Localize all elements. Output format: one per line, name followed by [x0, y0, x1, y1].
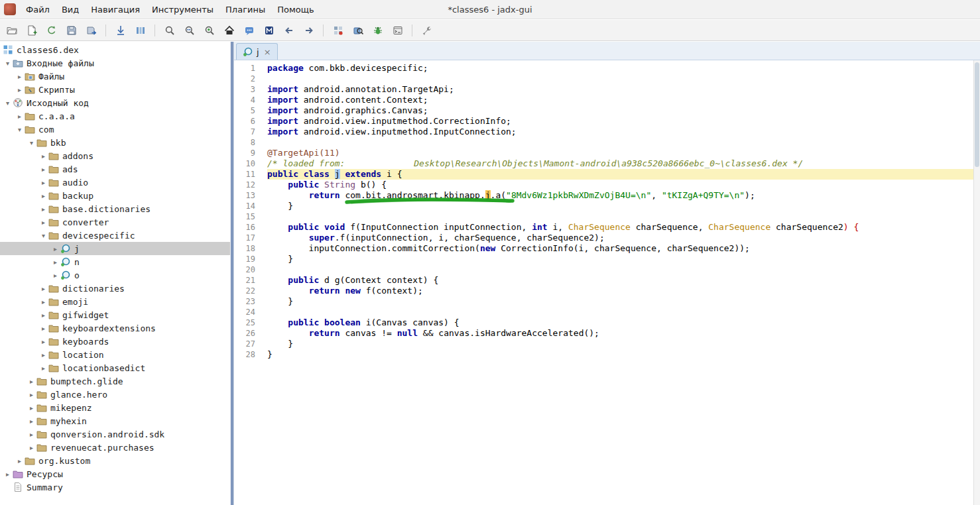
- collapsed-arrow-icon[interactable]: ▸: [3, 471, 13, 478]
- collapsed-arrow-icon[interactable]: ▸: [50, 245, 60, 252]
- tree-item-backup[interactable]: ▸backup: [0, 189, 230, 202]
- log-viewer-button[interactable]: [389, 22, 406, 38]
- sync-with-editor-button[interactable]: [112, 22, 129, 38]
- search-text-button[interactable]: [181, 22, 198, 38]
- tree-item-c-a-a-a[interactable]: ▸c.a.a.a: [0, 109, 230, 123]
- tree-item-keyboardextensions[interactable]: ▸keyboardextensions: [0, 321, 230, 335]
- debugger-button[interactable]: [369, 22, 386, 38]
- tree-item-converter[interactable]: ▸converter: [0, 215, 230, 229]
- collapsed-arrow-icon[interactable]: ▸: [38, 311, 48, 319]
- expanded-arrow-icon[interactable]: ▾: [27, 139, 36, 146]
- export-button[interactable]: [83, 22, 99, 38]
- collapsed-arrow-icon[interactable]: ▸: [50, 258, 60, 266]
- tree-item-class-n[interactable]: ▸n: [0, 255, 230, 268]
- class-icon: [60, 256, 71, 267]
- menu-help[interactable]: Помощь: [271, 1, 320, 18]
- collapsed-arrow-icon[interactable]: ▸: [27, 418, 36, 425]
- search-class-button[interactable]: [201, 22, 217, 38]
- tree-item-source-code[interactable]: ▾Исходный код: [0, 96, 230, 109]
- tree-item-location[interactable]: ▸location: [0, 348, 230, 361]
- menu-file[interactable]: Файл: [20, 1, 56, 18]
- tree-item-dictionaries[interactable]: ▸dictionaries: [0, 282, 230, 295]
- search-comments-button[interactable]: [241, 22, 257, 38]
- tree-item-qonversion-android-sdk[interactable]: ▸qonversion.android.sdk: [0, 427, 230, 441]
- reload-button[interactable]: [43, 22, 60, 38]
- collapsed-arrow-icon[interactable]: ▸: [15, 113, 25, 120]
- tree-item-ads[interactable]: ▸ads: [0, 162, 230, 176]
- collapsed-arrow-icon[interactable]: ▸: [27, 444, 36, 451]
- expanded-arrow-icon[interactable]: ▾: [3, 60, 13, 67]
- collapsed-arrow-icon[interactable]: ▸: [15, 86, 25, 93]
- collapsed-arrow-icon[interactable]: ▸: [15, 73, 25, 80]
- editor-vscrollbar-thumb[interactable]: [975, 62, 979, 167]
- tree-item-bkb[interactable]: ▾bkb: [0, 136, 230, 149]
- collapsed-arrow-icon[interactable]: ▸: [38, 365, 48, 372]
- collapsed-arrow-icon[interactable]: ▸: [38, 179, 48, 186]
- tree-item-org-kustom[interactable]: ▸org.kustom: [0, 454, 230, 467]
- main-activity-button[interactable]: [221, 22, 237, 38]
- menu-tools[interactable]: Инструменты: [146, 1, 219, 18]
- expanded-arrow-icon[interactable]: ▾: [15, 126, 25, 133]
- tree-item-class-o[interactable]: ▸o: [0, 268, 230, 282]
- tree-item-locationbasedict[interactable]: ▸locationbasedict: [0, 361, 230, 374]
- open-file-button[interactable]: [3, 22, 20, 38]
- tree-item-summary[interactable]: Summary: [0, 480, 230, 494]
- save-all-button[interactable]: [63, 22, 80, 38]
- editor-vscrollbar[interactable]: [973, 60, 980, 505]
- collapsed-arrow-icon[interactable]: ▸: [38, 219, 48, 226]
- bookmarks-button[interactable]: [261, 22, 277, 38]
- tab-close-icon[interactable]: ×: [264, 47, 271, 57]
- tree-item-devicespecific[interactable]: ▾devicespecific: [0, 229, 230, 242]
- code-area[interactable]: package com.bkb.devicespecific;import an…: [263, 60, 973, 505]
- collapsed-arrow-icon[interactable]: ▸: [27, 378, 36, 385]
- collapsed-arrow-icon[interactable]: ▸: [38, 166, 48, 173]
- tree-item-keyboards[interactable]: ▸keyboards: [0, 335, 230, 348]
- menu-plugins[interactable]: Плагины: [219, 1, 271, 18]
- tree-item-com[interactable]: ▾com: [0, 123, 230, 136]
- tree-item-files[interactable]: ▸Файлы: [0, 70, 230, 83]
- tree-item-emoji[interactable]: ▸emoji: [0, 295, 230, 308]
- back-button[interactable]: [280, 22, 297, 38]
- collapsed-arrow-icon[interactable]: ▸: [38, 192, 48, 199]
- tree-item-glance-hero[interactable]: ▸glance.hero: [0, 388, 230, 401]
- collapsed-arrow-icon[interactable]: ▸: [38, 298, 48, 306]
- tree-item-classes6-dex[interactable]: classes6.dex: [0, 43, 230, 56]
- expanded-arrow-icon[interactable]: ▾: [3, 99, 13, 107]
- collapsed-arrow-icon[interactable]: ▸: [38, 325, 48, 332]
- collapsed-arrow-icon[interactable]: ▸: [38, 338, 48, 345]
- code-token: super: [309, 233, 335, 243]
- tree-item-myhexin[interactable]: ▸myhexin: [0, 414, 230, 427]
- tree-item-base-dictionaries[interactable]: ▸base.dictionaries: [0, 202, 230, 215]
- collapsed-arrow-icon[interactable]: ▸: [27, 431, 36, 438]
- collapsed-arrow-icon[interactable]: ▸: [50, 272, 60, 279]
- menu-view[interactable]: Вид: [56, 1, 85, 18]
- forward-button[interactable]: [300, 22, 317, 38]
- add-files-button[interactable]: [23, 22, 40, 38]
- search-button[interactable]: [161, 22, 178, 38]
- collapsed-arrow-icon[interactable]: ▸: [27, 404, 36, 412]
- code-editor[interactable]: 1234567891011121314151617181920212223242…: [234, 60, 973, 505]
- tree-item-input-files[interactable]: ▾Входные файлы: [0, 56, 230, 70]
- tree-item-revenuecat-purchases[interactable]: ▸revenuecat.purchases: [0, 441, 230, 454]
- collapsed-arrow-icon[interactable]: ▸: [38, 152, 48, 160]
- tree-item-addons[interactable]: ▸addons: [0, 149, 230, 162]
- tree-item-gifwidget[interactable]: ▸gifwidget: [0, 308, 230, 321]
- expanded-arrow-icon[interactable]: ▾: [38, 232, 48, 239]
- preferences-button[interactable]: [418, 22, 435, 38]
- tree-item-class-j[interactable]: ▸j: [0, 242, 230, 255]
- flat-packages-button[interactable]: [132, 22, 149, 38]
- tree-item-audio[interactable]: ▸audio: [0, 176, 230, 189]
- tree-item-mikepenz[interactable]: ▸mikepenz: [0, 401, 230, 414]
- collapsed-arrow-icon[interactable]: ▸: [38, 351, 48, 359]
- deobfuscation-button[interactable]: [330, 22, 346, 38]
- tree-item-bumptech-glide[interactable]: ▸bumptech.glide: [0, 374, 230, 388]
- tree-item-resources[interactable]: ▸Ресурсы: [0, 467, 230, 480]
- collapsed-arrow-icon[interactable]: ▸: [15, 457, 25, 465]
- collapsed-arrow-icon[interactable]: ▸: [27, 391, 36, 398]
- collapsed-arrow-icon[interactable]: ▸: [38, 205, 48, 213]
- tree-item-scripts[interactable]: ▸Скрипты: [0, 83, 230, 96]
- collapsed-arrow-icon[interactable]: ▸: [38, 285, 48, 292]
- tab-j[interactable]: j ×: [236, 43, 278, 60]
- inspector-button[interactable]: [349, 22, 366, 38]
- menu-navigation[interactable]: Навигация: [85, 1, 146, 18]
